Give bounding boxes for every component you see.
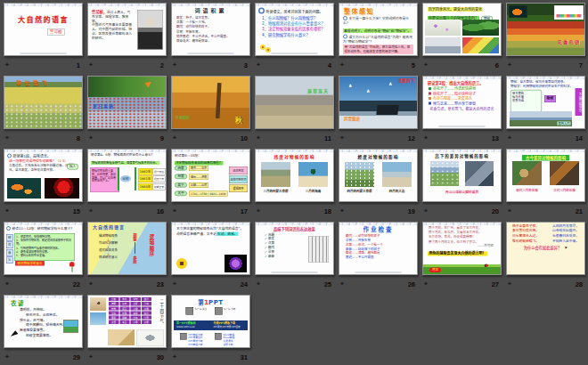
- slide-thumbnail-6[interactable]: 欣赏四季风光，感受大自然的变化 你能说出图片中的物候现象吗？物候: [422, 3, 502, 56]
- solar-term: 白露: [131, 311, 141, 314]
- photo-caption: 古代三月的长城: [547, 189, 583, 192]
- slide-title: 高下的差异对物候的影响: [423, 152, 501, 159]
- bullet-square-icon: [429, 101, 431, 104]
- transition-icon[interactable]: ✦: [4, 62, 10, 69]
- transition-icon[interactable]: ✦: [172, 135, 177, 142]
- transition-icon[interactable]: ✦: [339, 135, 345, 142]
- slide-thumbnail-3[interactable]: 词语积累 萌发：种子、草木发芽。 次第：一个挨一个地。 翩然：动作轻快的样子。 …: [171, 3, 250, 56]
- slide-thumbnail-16[interactable]: 研读第4、5段：物候观测对农业有什么意义？ 物候观测的数据反映气温、湿度等气候条…: [87, 149, 167, 202]
- slide-number: 6: [495, 62, 499, 69]
- slide-number: 4: [328, 62, 331, 69]
- painting-goose: [136, 329, 164, 346]
- solar-term: 小暑: [131, 306, 141, 310]
- tulip-stem: [72, 267, 73, 272]
- slide-thumbnail-21[interactable]: 古今差异对物候的影响 现代三月的长城 古代三月的长城: [506, 149, 585, 202]
- slide-thumbnail-27[interactable]: 两个月前，在广州，看见了玉兰开花； 两个月后，在北京，又看见玉兰开花。 玉兰花呀…: [422, 222, 502, 275]
- transition-icon[interactable]: ✦: [172, 281, 177, 288]
- slide-thumbnail-4[interactable]: 听读课文，思考并回答下面的问题。 1、什么叫物候？什么叫物候学？ 2、物候观测对…: [255, 3, 334, 56]
- transition-icon[interactable]: ✦: [88, 354, 94, 361]
- transition-icon[interactable]: ✦: [339, 62, 345, 69]
- meaning-list-box: 1、预报农时，安排播种日期。 2、安排农作物区划，确定造林和采集种子的日期。 3…: [14, 233, 75, 261]
- qr-label: 扫一扫 下载: [224, 307, 235, 315]
- transition-icon[interactable]: ✦: [256, 208, 261, 215]
- solar-term: 冬至: [119, 320, 129, 324]
- slide-thumbnail-15[interactable]: 研读第1段，品味语言。 这一段哪些词语用得生动典雅？（1-3） 立春过后，大地渐…: [4, 149, 83, 202]
- question-header: 听读课文，思考并回答下面的问题。: [266, 10, 323, 14]
- marble-band: [4, 4, 82, 6]
- slide-thumbnail-18[interactable]: 纬度对物候的影响 三月的内蒙古草原 三月的海南: [255, 149, 334, 202]
- transition-icon[interactable]: ✦: [507, 281, 512, 288]
- transition-icon[interactable]: ✦: [256, 135, 261, 142]
- poem-blue-line: 人间四月芳菲尽，: [552, 223, 579, 228]
- transition-icon[interactable]: ✦: [172, 354, 177, 361]
- slide-cell-27: 两个月前，在广州，看见了玉兰开花； 两个月后，在北京，又看见玉兰开花。 玉兰花呀…: [420, 219, 503, 292]
- transition-icon[interactable]: ✦: [88, 135, 94, 142]
- transition-icon[interactable]: ✦: [339, 208, 345, 215]
- slide-thumbnail-12[interactable]: ∧ ∧ ∧ 北雁南飞 风雪载途: [339, 76, 418, 129]
- slide-thumbnail-29[interactable]: 农谚 清明前，开秧田。 柳毛开花，点豆种瓜。 馒头云，天气晴。 雨中闻蝉叫，预告…: [4, 295, 83, 348]
- slide-number: 5: [412, 62, 415, 69]
- slide-thumbnail-23[interactable]: 大自然的语言 描述物候现象 ↓ 作出科学解释 ↓ 追究因果关系 ↓ 阐述研究意义…: [87, 222, 167, 275]
- slide-cell-17: 研读第6—10段： 决定物候现象来临的因素有哪些？ 纬度南京——北京 经度烟台—…: [168, 146, 252, 219]
- transition-icon[interactable]: ✦: [88, 62, 94, 69]
- slide-thumbnail-11[interactable]: 衰草连天: [255, 76, 334, 129]
- transition-icon[interactable]: ✦: [4, 208, 10, 215]
- slide-cell-23: 大自然的语言 描述物候现象 ↓ 作出科学解释 ↓ 追究因果关系 ↓ 阐述研究意义…: [85, 219, 168, 292]
- transition-icon[interactable]: ✦: [4, 354, 10, 361]
- transition-icon[interactable]: ✦: [256, 62, 261, 69]
- transition-icon[interactable]: ✦: [507, 62, 512, 69]
- slide-cell-28: 梅子金黄杏子肥，人间四月芳菲尽， 麦花雪白菜花稀。山寺桃花始盛开。 日长篱落无人…: [503, 219, 587, 292]
- slide-number: 15: [73, 208, 80, 215]
- slide-thumbnail-2[interactable]: 竺可桢，浙江上虞人，气象学家、地理学家、教育家。 中国近代气象事业主要奠基人，对…: [87, 3, 167, 56]
- slide-thumbnail-7[interactable]: 花香鸟语: [506, 3, 585, 56]
- transition-icon[interactable]: ✦: [339, 281, 345, 288]
- slide-thumbnail-17[interactable]: 研读第6—10段： 决定物候现象来临的因素有哪些？ 纬度南京——北京 经度烟台—…: [171, 149, 250, 202]
- transition-icon[interactable]: ✦: [423, 208, 429, 215]
- bullet-line: 桃花开了——暗示快种谷子: [433, 92, 476, 96]
- transition-icon[interactable]: ✦: [88, 208, 94, 215]
- transition-icon[interactable]: ✦: [423, 281, 429, 288]
- slide-thumbnail-8[interactable]: 草长莺飞: [4, 76, 83, 129]
- photo-spring-mountain: 春到人间: [510, 111, 572, 126]
- transition-icon[interactable]: ✦: [172, 62, 177, 69]
- slide-thumbnail-26[interactable]: 作业检查 翩然——动作轻快的样子 孕育——怀胎生育 次第——依次、一个挨一个 簌…: [339, 222, 418, 275]
- header-highlight-1: 欣赏四季风光，感受大自然的变化: [428, 7, 483, 12]
- slide-thumbnail-14[interactable]: 物候：草木荣枯、候鸟去来等自然现象。 物候学：利用物候知识研究农业生产的科学。 …: [506, 76, 585, 129]
- slide-thumbnail-1[interactable]: 大自然的语言 竺可桢: [4, 3, 83, 56]
- slide-thumbnail-5[interactable]: 整体感知 本文是一篇什么文体？它的说明对象是什么？ 事理说明文，说明对象是“物候…: [339, 3, 418, 56]
- slide-thumbnail-30[interactable]: 立春雨水惊蛰春分 清明谷雨立夏小满 芒种夏至小暑大暑 立秋处暑白露秋分 寒露霜降…: [87, 295, 167, 348]
- meaning-line: 2、安排农作物区划，确定造林和采集种子的日期。: [16, 239, 73, 247]
- slide-thumbnail-19[interactable]: 经度对物候的影响 四月的内蒙古草原 四月的大连: [339, 149, 418, 202]
- factor-detail: 1741—1750 / 1921—1930: [189, 191, 227, 197]
- transition-icon[interactable]: ✦: [507, 208, 512, 215]
- transition-icon[interactable]: ✦: [4, 135, 10, 142]
- slide-thumbnail-10[interactable]: 叶落知秋 秋: [171, 76, 250, 129]
- transition-icon[interactable]: ✦: [4, 281, 10, 288]
- framed-picture: [63, 320, 78, 333]
- transition-icon[interactable]: ✦: [423, 135, 429, 142]
- slide-thumbnail-31[interactable]: 第1PPT 扫一扫 关注 扫一扫 下载 第一PPT模板网 WWW.1PPT.CO…: [171, 295, 250, 348]
- transition-icon[interactable]: ✦: [423, 62, 429, 69]
- photo-red-flower: [45, 178, 79, 199]
- slide-thumbnail-20[interactable]: 高下的差异对物候的影响 天山山顶和山脚的差异: [422, 149, 502, 202]
- photo-caption: 天山山顶和山脚的差异: [423, 190, 501, 194]
- transition-icon[interactable]: ✦: [507, 135, 512, 142]
- slide-thumbnail-22[interactable]: 研读11—12段：研究物候学有什么意义？ 研 究 意 义 1、预报农时，安排播种…: [4, 222, 83, 275]
- transition-icon[interactable]: ✦: [172, 208, 177, 215]
- green-bar: [135, 167, 136, 191]
- slide-thumbnail-9[interactable]: ▶ 夏日果熟: [87, 76, 167, 129]
- photo-tianshan-peak: [465, 161, 494, 186]
- slide-title: 纬度对物候的影响: [256, 152, 333, 159]
- transition-icon[interactable]: ✦: [256, 281, 261, 288]
- slide-cell-12: ∧ ∧ ∧ 北雁南飞 风雪载途 ✦12: [336, 73, 420, 146]
- vertical-label-essence: 本质: [132, 256, 137, 264]
- slide-number: 26: [408, 281, 415, 288]
- slide-sorter-grid: 大自然的语言 竺可桢 ✦1 竺可桢，浙江上虞人，气象学家、地理学家、教育家。 中…: [0, 0, 588, 365]
- slide-thumbnail-28[interactable]: 梅子金黄杏子肥，人间四月芳菲尽， 麦花雪白菜花稀。山寺桃花始盛开。 日长篱落无人…: [506, 222, 585, 275]
- transition-icon[interactable]: ✦: [88, 281, 94, 288]
- slide-thumbnail-13[interactable]: 研读第2段：找出大自然的语言。 杏花开了——传语赶快耕地 桃花开了——暗示快种谷…: [422, 76, 502, 129]
- photo-inner-mongolia: [261, 162, 290, 187]
- slide-thumbnail-25[interactable]: 品味下列词语的表达效果 ✓ 苏醒 ✓ 萌发 ✓ 次第 ✓ 翩然 ✓ 孕育 ✓ 簌…: [255, 222, 334, 275]
- bullet-line: 杏花开了——传语赶快耕地: [433, 86, 476, 91]
- slide-thumbnail-24[interactable]: 本文把丰富的物候现象比作“大自然的语言”， 说明语言准确严谨，又不乏生动、典雅。: [171, 222, 250, 275]
